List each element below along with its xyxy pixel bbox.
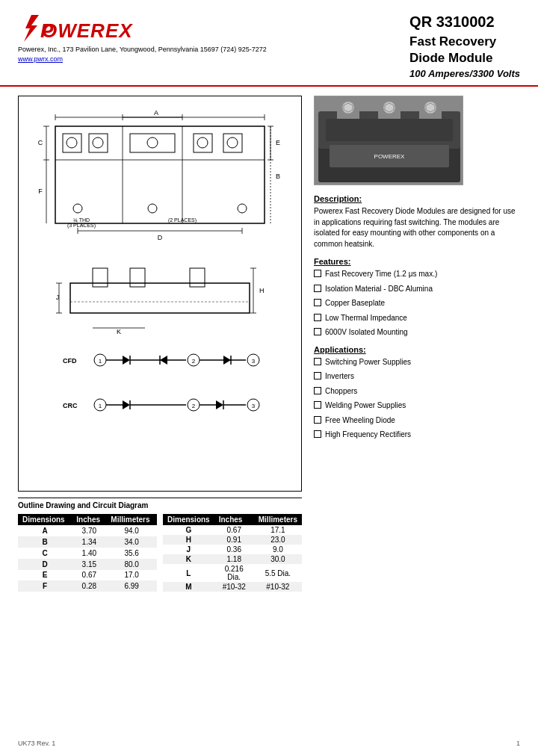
- svg-text:2: 2: [192, 358, 196, 365]
- diagram-box: A E B C D ¼ THD: [18, 96, 302, 492]
- feature-item: Fast Recovery Time (1.2 μs max.): [314, 269, 520, 279]
- feature-checkbox: [314, 299, 321, 306]
- company-logo: OWEREX P: [18, 13, 267, 43]
- svg-text:C: C: [38, 139, 43, 146]
- svg-text:K: K: [117, 328, 121, 335]
- doc-number: UK73 Rev. 1: [18, 740, 55, 747]
- svg-rect-3: [55, 126, 265, 223]
- company-info: Powerex, Inc., 173 Pavilion Lane, Youngw…: [18, 45, 267, 63]
- feature-text: Fast Recovery Time (1.2 μs max.): [325, 269, 437, 279]
- table-row: E0.6717.0: [18, 570, 157, 581]
- svg-text:H: H: [259, 287, 265, 294]
- svg-text:(3 PLACES): (3 PLACES): [67, 223, 96, 229]
- application-text: Switching Power Supplies: [325, 357, 411, 368]
- left-column: A E B C D ¼ THD: [18, 96, 302, 592]
- description-text: Powerex Fast Recovery Diode Modules are …: [314, 206, 520, 250]
- svg-text:CRC: CRC: [63, 402, 78, 409]
- svg-rect-13: [194, 134, 212, 152]
- table-row: F0.286.99: [18, 580, 157, 592]
- table-row: J0.369.0: [163, 545, 302, 554]
- description-section: Description: Powerex Fast Recovery Diode…: [314, 194, 520, 250]
- application-text: High Frequency Rectifiers: [325, 430, 411, 440]
- svg-marker-91: [216, 400, 223, 409]
- application-item: Free Wheeling Diode: [314, 415, 520, 426]
- svg-marker-69: [160, 356, 167, 365]
- svg-rect-49: [190, 268, 205, 287]
- table-row: H0.9123.0: [163, 535, 302, 545]
- feature-text: Copper Baseplate: [325, 298, 385, 309]
- feature-checkbox: [314, 285, 321, 292]
- feature-item: Copper Baseplate: [314, 298, 520, 309]
- svg-rect-7: [63, 134, 81, 152]
- svg-text:CFD: CFD: [63, 357, 77, 365]
- svg-rect-11: [130, 134, 175, 152]
- feature-text: Low Thermal Impedance: [325, 313, 407, 323]
- table-row: M#10-32#10-32: [163, 582, 302, 592]
- side-view-drawing: H J K: [55, 261, 265, 335]
- svg-text:3: 3: [252, 358, 256, 365]
- svg-text:OWEREX: OWEREX: [42, 19, 133, 42]
- application-text: Choppers: [325, 386, 357, 397]
- col-header-dim-r: Dimensions: [163, 514, 214, 525]
- svg-text:POWEREX: POWEREX: [374, 153, 406, 160]
- application-item: Choppers: [314, 386, 520, 397]
- svg-text:E: E: [276, 139, 280, 146]
- col-header-mm-l: Millimeters: [106, 514, 157, 525]
- features-section: Features: Fast Recovery Time (1.2 μs max…: [314, 257, 520, 338]
- feature-item: Isolation Material - DBC Alumina: [314, 284, 520, 294]
- svg-text:1: 1: [99, 358, 102, 365]
- feature-checkbox: [314, 314, 321, 321]
- svg-rect-107: [326, 119, 453, 141]
- svg-point-18: [148, 204, 157, 213]
- description-title: Description:: [314, 194, 520, 203]
- table-row: A3.7094.0: [18, 525, 157, 536]
- top-view-drawing: A E B C D ¼ THD: [33, 104, 287, 253]
- svg-point-17: [73, 204, 82, 213]
- table-row: C1.4035.6: [18, 548, 157, 559]
- logo-area: OWEREX P Powerex, Inc., 173 Pavilion Lan…: [18, 13, 267, 63]
- application-checkbox: [314, 358, 321, 365]
- application-item: Welding Power Supplies: [314, 400, 520, 411]
- svg-rect-47: [93, 268, 108, 287]
- svg-point-12: [147, 137, 158, 148]
- application-item: Inverters: [314, 371, 520, 382]
- product-info: QR 3310002 Fast Recovery Diode Module 10…: [409, 13, 520, 79]
- svg-point-16: [227, 137, 238, 148]
- page-number: 1: [516, 740, 520, 747]
- feature-item: 6000V Isolated Mounting: [314, 327, 520, 338]
- header: OWEREX P Powerex, Inc., 173 Pavilion Lan…: [0, 0, 538, 87]
- right-column: POWEREX Description: Powerex Fast Recove…: [314, 96, 520, 592]
- svg-point-19: [238, 204, 247, 213]
- table-row: D3.1580.0: [18, 559, 157, 570]
- svg-text:(2 PLACES): (2 PLACES): [168, 217, 197, 223]
- main-content: A E B C D ¼ THD: [0, 87, 538, 601]
- application-checkbox: [314, 387, 321, 394]
- crc-circuit: CRC 1 2 3: [55, 384, 265, 425]
- dimensions-table-left: Dimensions Inches Millimeters A3.7094.0B…: [18, 514, 157, 592]
- feature-checkbox: [314, 328, 321, 335]
- dimensions-table-right: Dimensions Inches Millimeters G0.6717.1H…: [163, 514, 302, 592]
- svg-rect-46: [70, 283, 250, 313]
- application-checkbox: [314, 416, 321, 424]
- application-checkbox: [314, 401, 321, 409]
- svg-text:¼ THD: ¼ THD: [73, 217, 90, 223]
- svg-marker-0: [24, 15, 39, 42]
- website-link[interactable]: www.pwrx.com: [18, 55, 63, 63]
- application-checkbox: [314, 372, 321, 379]
- application-checkbox: [314, 430, 321, 438]
- product-subtitle: 100 Amperes/3300 Volts: [409, 68, 520, 79]
- svg-marker-76: [223, 356, 231, 365]
- svg-text:J: J: [56, 294, 60, 301]
- col-header-inches-r: Inches: [214, 514, 254, 525]
- col-header-mm-r: Millimeters: [254, 514, 302, 525]
- svg-point-15: [197, 137, 208, 148]
- table-row: K1.1830.0: [163, 554, 302, 564]
- svg-text:A: A: [154, 109, 158, 117]
- svg-marker-85: [123, 400, 130, 409]
- table-row: L0.216 Dia.5.5 Dia.: [163, 564, 302, 582]
- col-header-inches-l: Inches: [72, 514, 106, 525]
- application-text: Welding Power Supplies: [325, 400, 406, 411]
- table-row: G0.6717.1: [163, 525, 302, 535]
- feature-text: Isolation Material - DBC Alumina: [325, 284, 433, 294]
- svg-text:P: P: [40, 19, 54, 42]
